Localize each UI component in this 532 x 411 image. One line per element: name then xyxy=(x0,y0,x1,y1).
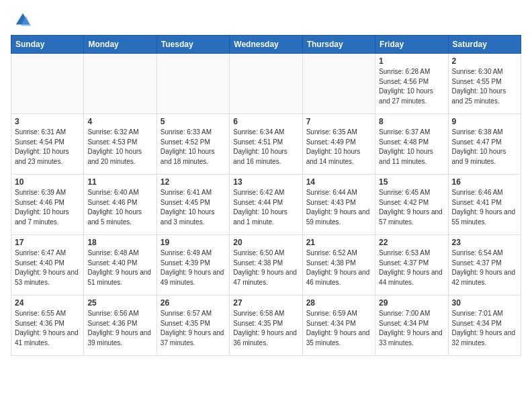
cell-info: Sunrise: 6:57 AM Sunset: 4:35 PM Dayligh… xyxy=(161,309,226,348)
weekday-header-tuesday: Tuesday xyxy=(157,36,229,54)
day-number: 3 xyxy=(15,117,80,126)
cell-info: Sunrise: 6:47 AM Sunset: 4:40 PM Dayligh… xyxy=(15,248,80,287)
calendar-cell: 17Sunrise: 6:47 AM Sunset: 4:40 PM Dayli… xyxy=(11,235,84,295)
calendar-cell: 16Sunrise: 6:46 AM Sunset: 4:41 PM Dayli… xyxy=(448,175,521,235)
day-number: 7 xyxy=(306,117,371,126)
page-header xyxy=(0,0,532,35)
day-number: 5 xyxy=(161,117,226,126)
logo xyxy=(13,11,35,30)
calendar-cell: 9Sunrise: 6:38 AM Sunset: 4:47 PM Daylig… xyxy=(448,114,521,175)
weekday-header-saturday: Saturday xyxy=(448,36,521,54)
calendar-cell: 10Sunrise: 6:39 AM Sunset: 4:46 PM Dayli… xyxy=(11,175,84,235)
calendar-cell: 5Sunrise: 6:33 AM Sunset: 4:52 PM Daylig… xyxy=(157,114,229,175)
day-number: 25 xyxy=(87,298,152,308)
weekday-header-thursday: Thursday xyxy=(302,36,375,54)
calendar-cell: 4Sunrise: 6:32 AM Sunset: 4:53 PM Daylig… xyxy=(84,114,157,175)
calendar-cell: 18Sunrise: 6:48 AM Sunset: 4:40 PM Dayli… xyxy=(84,235,157,295)
calendar-cell: 25Sunrise: 6:56 AM Sunset: 4:36 PM Dayli… xyxy=(84,295,157,356)
cell-info: Sunrise: 6:53 AM Sunset: 4:37 PM Dayligh… xyxy=(379,248,444,287)
calendar-cell: 30Sunrise: 7:01 AM Sunset: 4:34 PM Dayli… xyxy=(448,295,521,356)
calendar-cell: 26Sunrise: 6:57 AM Sunset: 4:35 PM Dayli… xyxy=(157,295,229,356)
day-number: 21 xyxy=(306,238,371,247)
cell-info: Sunrise: 6:55 AM Sunset: 4:36 PM Dayligh… xyxy=(15,309,80,348)
calendar-cell: 7Sunrise: 6:35 AM Sunset: 4:49 PM Daylig… xyxy=(302,114,375,175)
calendar-cell xyxy=(11,54,84,114)
calendar-cell: 28Sunrise: 6:59 AM Sunset: 4:34 PM Dayli… xyxy=(302,295,375,356)
logo-icon xyxy=(13,11,32,30)
cell-info: Sunrise: 6:35 AM Sunset: 4:49 PM Dayligh… xyxy=(306,128,371,167)
cell-info: Sunrise: 6:38 AM Sunset: 4:47 PM Dayligh… xyxy=(452,128,517,167)
weekday-header-friday: Friday xyxy=(375,36,448,54)
calendar-cell xyxy=(302,54,375,114)
cell-info: Sunrise: 6:48 AM Sunset: 4:40 PM Dayligh… xyxy=(87,248,152,287)
calendar-cell: 19Sunrise: 6:49 AM Sunset: 4:39 PM Dayli… xyxy=(157,235,229,295)
day-number: 10 xyxy=(15,177,80,187)
calendar-cell: 14Sunrise: 6:44 AM Sunset: 4:43 PM Dayli… xyxy=(302,175,375,235)
cell-info: Sunrise: 6:30 AM Sunset: 4:55 PM Dayligh… xyxy=(452,67,517,106)
calendar-cell: 23Sunrise: 6:54 AM Sunset: 4:37 PM Dayli… xyxy=(448,235,521,295)
day-number: 8 xyxy=(379,117,444,126)
day-number: 24 xyxy=(15,298,80,308)
cell-info: Sunrise: 6:52 AM Sunset: 4:38 PM Dayligh… xyxy=(306,248,371,287)
calendar-cell: 21Sunrise: 6:52 AM Sunset: 4:38 PM Dayli… xyxy=(302,235,375,295)
cell-info: Sunrise: 6:39 AM Sunset: 4:46 PM Dayligh… xyxy=(15,188,80,227)
day-number: 11 xyxy=(87,177,152,187)
day-number: 20 xyxy=(233,238,298,247)
day-number: 14 xyxy=(306,177,371,187)
calendar-cell: 12Sunrise: 6:41 AM Sunset: 4:45 PM Dayli… xyxy=(157,175,229,235)
calendar-cell: 3Sunrise: 6:31 AM Sunset: 4:54 PM Daylig… xyxy=(11,114,84,175)
cell-info: Sunrise: 6:28 AM Sunset: 4:56 PM Dayligh… xyxy=(379,67,444,106)
day-number: 17 xyxy=(15,238,80,247)
calendar-cell: 6Sunrise: 6:34 AM Sunset: 4:51 PM Daylig… xyxy=(230,114,302,175)
day-number: 16 xyxy=(452,177,517,187)
cell-info: Sunrise: 6:59 AM Sunset: 4:34 PM Dayligh… xyxy=(306,309,371,348)
cell-info: Sunrise: 6:49 AM Sunset: 4:39 PM Dayligh… xyxy=(161,248,226,287)
cell-info: Sunrise: 6:46 AM Sunset: 4:41 PM Dayligh… xyxy=(452,188,517,227)
cell-info: Sunrise: 6:33 AM Sunset: 4:52 PM Dayligh… xyxy=(161,128,226,167)
day-number: 15 xyxy=(379,177,444,187)
cell-info: Sunrise: 6:42 AM Sunset: 4:44 PM Dayligh… xyxy=(233,188,298,227)
cell-info: Sunrise: 6:31 AM Sunset: 4:54 PM Dayligh… xyxy=(15,128,80,167)
calendar-cell: 2Sunrise: 6:30 AM Sunset: 4:55 PM Daylig… xyxy=(448,54,521,114)
day-number: 2 xyxy=(452,56,517,66)
calendar-cell xyxy=(230,54,302,114)
day-number: 13 xyxy=(233,177,298,187)
weekday-header-wednesday: Wednesday xyxy=(230,36,302,54)
calendar-cell: 27Sunrise: 6:58 AM Sunset: 4:35 PM Dayli… xyxy=(230,295,302,356)
weekday-header-sunday: Sunday xyxy=(11,36,84,54)
calendar-cell: 1Sunrise: 6:28 AM Sunset: 4:56 PM Daylig… xyxy=(375,54,448,114)
cell-info: Sunrise: 6:58 AM Sunset: 4:35 PM Dayligh… xyxy=(233,309,298,348)
cell-info: Sunrise: 6:41 AM Sunset: 4:45 PM Dayligh… xyxy=(161,188,226,227)
calendar-cell: 22Sunrise: 6:53 AM Sunset: 4:37 PM Dayli… xyxy=(375,235,448,295)
cell-info: Sunrise: 6:44 AM Sunset: 4:43 PM Dayligh… xyxy=(306,188,371,227)
day-number: 19 xyxy=(161,238,226,247)
day-number: 23 xyxy=(452,238,517,247)
cell-info: Sunrise: 6:50 AM Sunset: 4:38 PM Dayligh… xyxy=(233,248,298,287)
day-number: 26 xyxy=(161,298,226,308)
cell-info: Sunrise: 6:40 AM Sunset: 4:46 PM Dayligh… xyxy=(87,188,152,227)
cell-info: Sunrise: 6:37 AM Sunset: 4:48 PM Dayligh… xyxy=(379,128,444,167)
calendar-table: SundayMondayTuesdayWednesdayThursdayFrid… xyxy=(11,35,521,356)
calendar-cell: 8Sunrise: 6:37 AM Sunset: 4:48 PM Daylig… xyxy=(375,114,448,175)
calendar-cell: 13Sunrise: 6:42 AM Sunset: 4:44 PM Dayli… xyxy=(230,175,302,235)
day-number: 6 xyxy=(233,117,298,126)
day-number: 4 xyxy=(87,117,152,126)
cell-info: Sunrise: 7:01 AM Sunset: 4:34 PM Dayligh… xyxy=(452,309,517,348)
day-number: 9 xyxy=(452,117,517,126)
cell-info: Sunrise: 6:34 AM Sunset: 4:51 PM Dayligh… xyxy=(233,128,298,167)
cell-info: Sunrise: 6:45 AM Sunset: 4:42 PM Dayligh… xyxy=(379,188,444,227)
cell-info: Sunrise: 6:32 AM Sunset: 4:53 PM Dayligh… xyxy=(87,128,152,167)
day-number: 27 xyxy=(233,298,298,308)
day-number: 1 xyxy=(379,56,444,66)
calendar-cell xyxy=(84,54,157,114)
day-number: 28 xyxy=(306,298,371,308)
calendar-cell: 29Sunrise: 7:00 AM Sunset: 4:34 PM Dayli… xyxy=(375,295,448,356)
cell-info: Sunrise: 6:56 AM Sunset: 4:36 PM Dayligh… xyxy=(87,309,152,348)
day-number: 30 xyxy=(452,298,517,308)
day-number: 18 xyxy=(87,238,152,247)
calendar-cell: 15Sunrise: 6:45 AM Sunset: 4:42 PM Dayli… xyxy=(375,175,448,235)
day-number: 29 xyxy=(379,298,444,308)
day-number: 22 xyxy=(379,238,444,247)
calendar-cell xyxy=(157,54,229,114)
weekday-header-monday: Monday xyxy=(84,36,157,54)
